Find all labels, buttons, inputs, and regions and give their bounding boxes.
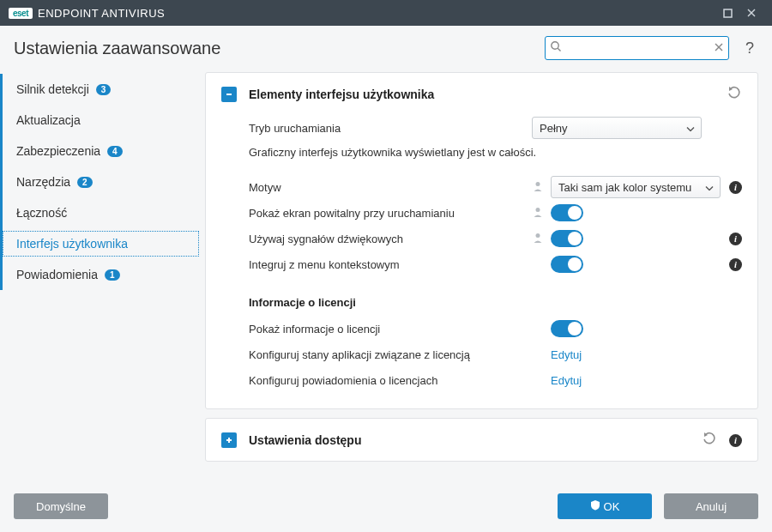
sounds-label: Używaj sygnałów dźwiękowych <box>249 233 532 245</box>
panel-title: Ustawienia dostępu <box>249 433 361 447</box>
info-icon[interactable]: i <box>729 432 742 447</box>
context-toggle[interactable] <box>551 256 583 273</box>
help-button[interactable]: ? <box>741 39 758 57</box>
row-startup-mode: Tryb uruchamiania Pełny <box>249 115 742 141</box>
panel-collapse-icon[interactable] <box>221 87 237 102</box>
revert-icon[interactable] <box>702 431 717 449</box>
sidebar-item-label: Aktualizacja <box>16 113 81 127</box>
show-license-label: Pokaż informacje o licencji <box>249 323 532 336</box>
footer: Domyślne OK Anuluj <box>0 481 772 532</box>
sounds-toggle[interactable] <box>551 230 583 247</box>
sidebar-item-tools[interactable]: Narzędzia 2 <box>0 166 202 197</box>
cancel-button[interactable]: Anuluj <box>664 493 758 519</box>
person-icon <box>532 180 544 195</box>
sidebar-item-label: Łączność <box>16 206 67 220</box>
theme-select[interactable]: Taki sam jak kolor systemu <box>551 176 721 198</box>
panel-title: Elementy interfejsu użytkownika <box>249 88 434 101</box>
info-icon[interactable]: i <box>729 257 742 271</box>
shield-icon <box>590 499 600 513</box>
splash-toggle[interactable] <box>551 204 583 221</box>
sidebar-item-user-interface[interactable]: Interfejs użytkownika <box>0 228 202 259</box>
svg-rect-0 <box>724 9 732 17</box>
header: Ustawienia zaawansowane ? <box>0 26 772 70</box>
defaults-button[interactable]: Domyślne <box>14 493 108 519</box>
info-icon[interactable]: i <box>729 180 742 194</box>
theme-label: Motyw <box>249 181 532 194</box>
startup-mode-note: Graficzny interfejs użytkownika wyświetl… <box>249 146 742 159</box>
search-field-wrap <box>545 36 729 60</box>
person-icon <box>532 232 544 246</box>
search-input[interactable] <box>545 36 729 60</box>
window-maximize-button[interactable] <box>715 0 739 26</box>
svg-point-11 <box>536 233 540 238</box>
ok-button[interactable]: OK <box>558 493 652 519</box>
sidebar-item-label: Silnik detekcji <box>16 82 89 96</box>
license-section-title: Informacje o licencji <box>249 296 742 309</box>
sidebar-item-detection-engine[interactable]: Silnik detekcji 3 <box>0 74 202 105</box>
svg-point-9 <box>536 182 540 186</box>
row-configure-notifications: Konfiguruj powiadomienia o licencjach Ed… <box>249 367 742 393</box>
search-clear-icon[interactable] <box>714 40 724 56</box>
page-title: Ustawienia zaawansowane <box>14 39 220 58</box>
panel-expand-icon[interactable] <box>221 432 237 448</box>
info-icon[interactable]: i <box>729 232 742 245</box>
context-label: Integruj z menu kontekstowym <box>249 258 532 271</box>
sidebar-item-label: Zabezpieczenia <box>16 144 100 158</box>
revert-icon[interactable] <box>727 85 742 103</box>
row-use-sounds: Używaj sygnałów dźwiękowych i <box>249 226 742 251</box>
sidebar-item-notifications[interactable]: Powiadomienia 1 <box>0 259 202 290</box>
person-icon <box>532 206 544 221</box>
search-icon <box>550 40 562 56</box>
window-close-button[interactable] <box>739 0 763 26</box>
panel-ui-elements: Elementy interfejsu użytkownika Tryb uru… <box>205 72 758 409</box>
row-configure-states: Konfiguruj stany aplikacji związane z li… <box>249 342 742 367</box>
svg-point-3 <box>552 42 558 49</box>
show-license-toggle[interactable] <box>551 320 583 337</box>
configure-states-label: Konfiguruj stany aplikacji związane z li… <box>249 348 532 361</box>
configure-notifs-label: Konfiguruj powiadomienia o licencjach <box>249 374 532 387</box>
row-theme: Motyw Taki sam jak kolor systemu <box>249 174 742 200</box>
svg-point-10 <box>536 208 540 212</box>
sidebar-item-label: Narzędzia <box>16 175 70 189</box>
row-context-menu: Integruj z menu kontekstowym i <box>249 251 742 277</box>
brand-badge: eset <box>9 8 33 19</box>
sidebar-item-label: Interfejs użytkownika <box>16 237 128 251</box>
edit-states-link[interactable]: Edytuj <box>551 348 582 361</box>
startup-mode-select[interactable]: Pełny <box>532 117 702 139</box>
sidebar: Silnik detekcji 3 Aktualizacja Zabezpiec… <box>0 70 202 481</box>
panel-access-settings: Ustawienia dostępu i <box>205 418 758 462</box>
splash-label: Pokaż ekran powitalny przy uruchamianiu <box>249 207 532 220</box>
titlebar: eset ENDPOINT ANTIVIRUS <box>0 0 772 26</box>
svg-line-4 <box>558 48 560 51</box>
sidebar-item-connectivity[interactable]: Łączność <box>0 197 202 228</box>
sidebar-badge: 4 <box>107 146 123 157</box>
row-show-splash: Pokaż ekran powitalny przy uruchamianiu <box>249 200 742 226</box>
product-name: ENDPOINT ANTIVIRUS <box>38 7 165 20</box>
startup-mode-label: Tryb uruchamiania <box>249 122 532 135</box>
sidebar-item-update[interactable]: Aktualizacja <box>0 105 202 136</box>
edit-notifs-link[interactable]: Edytuj <box>551 374 582 387</box>
sidebar-item-label: Powiadomienia <box>16 268 98 281</box>
main-content: Elementy interfejsu użytkownika Tryb uru… <box>202 70 772 481</box>
sidebar-badge: 1 <box>105 269 120 281</box>
row-show-license: Pokaż informacje o licencji <box>249 316 742 342</box>
sidebar-badge: 3 <box>96 84 112 95</box>
sidebar-item-protections[interactable]: Zabezpieczenia 4 <box>0 136 202 166</box>
sidebar-badge: 2 <box>77 177 93 188</box>
